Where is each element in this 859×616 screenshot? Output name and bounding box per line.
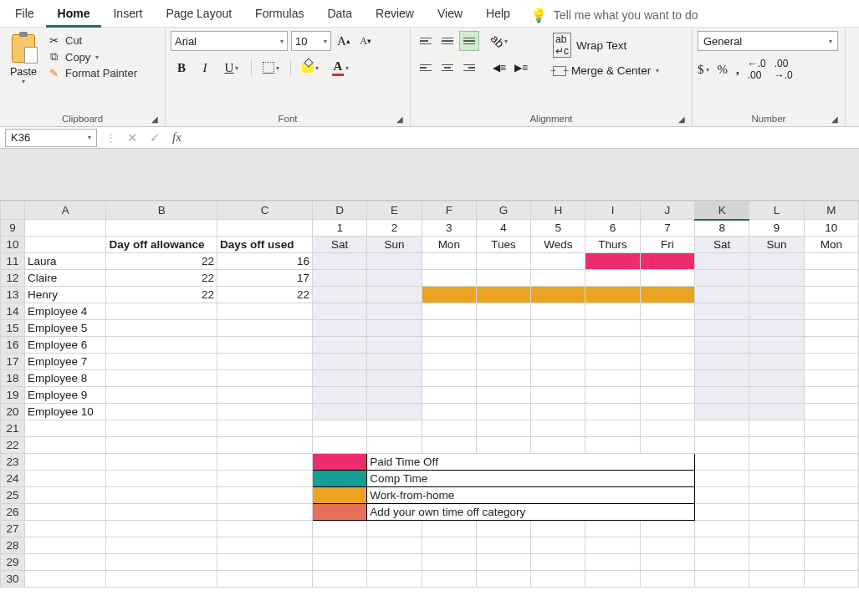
cell[interactable] bbox=[585, 554, 640, 571]
cell[interactable] bbox=[422, 270, 476, 287]
cell[interactable] bbox=[422, 521, 476, 537]
cell[interactable] bbox=[367, 354, 422, 370]
cell[interactable] bbox=[585, 270, 640, 287]
cell[interactable] bbox=[531, 303, 585, 320]
cell[interactable] bbox=[531, 571, 585, 588]
row-header-9[interactable]: 9 bbox=[1, 220, 25, 237]
column-header-F[interactable]: F bbox=[422, 201, 476, 220]
cell[interactable] bbox=[217, 521, 313, 537]
row-header-14[interactable]: 14 bbox=[1, 303, 25, 320]
cell[interactable] bbox=[476, 521, 530, 537]
column-header-C[interactable]: C bbox=[217, 201, 313, 220]
cell[interactable]: 6 bbox=[585, 220, 640, 237]
cell[interactable] bbox=[476, 354, 530, 370]
cell[interactable] bbox=[422, 370, 476, 387]
cell[interactable] bbox=[476, 404, 530, 420]
cell[interactable] bbox=[640, 287, 694, 303]
cell[interactable] bbox=[106, 404, 217, 420]
cell[interactable] bbox=[804, 370, 858, 387]
cell[interactable] bbox=[313, 420, 367, 437]
cell[interactable] bbox=[106, 303, 217, 320]
cell[interactable] bbox=[695, 537, 749, 554]
cell[interactable] bbox=[313, 487, 367, 504]
cell[interactable] bbox=[695, 554, 749, 571]
cell[interactable] bbox=[106, 521, 217, 537]
cell[interactable] bbox=[217, 571, 313, 588]
cell[interactable] bbox=[531, 354, 585, 370]
cell[interactable] bbox=[640, 253, 694, 270]
cell[interactable] bbox=[640, 537, 694, 554]
cell[interactable] bbox=[476, 437, 530, 454]
cell[interactable] bbox=[640, 354, 694, 370]
cell[interactable] bbox=[640, 437, 694, 454]
cell[interactable] bbox=[313, 253, 367, 270]
cell[interactable] bbox=[640, 554, 694, 571]
column-header-I[interactable]: I bbox=[585, 201, 640, 220]
column-header-H[interactable]: H bbox=[531, 201, 585, 220]
enter-formula-icon[interactable]: ✓ bbox=[150, 130, 161, 145]
cell[interactable] bbox=[217, 471, 313, 487]
cell[interactable] bbox=[25, 504, 106, 521]
menu-file[interactable]: File bbox=[3, 3, 46, 28]
cell[interactable]: 16 bbox=[217, 253, 313, 270]
cell[interactable]: 2 bbox=[367, 220, 422, 237]
cell[interactable] bbox=[749, 387, 804, 404]
cell[interactable] bbox=[313, 370, 367, 387]
cell[interactable] bbox=[585, 387, 640, 404]
copy-button[interactable]: ⧉ Copy ▾ bbox=[47, 50, 137, 64]
cell[interactable]: 7 bbox=[640, 220, 694, 237]
cell[interactable] bbox=[695, 471, 749, 487]
cell[interactable]: Employee 8 bbox=[25, 370, 106, 387]
decrease-decimal-button[interactable]: .00→.0 bbox=[775, 58, 793, 81]
cell[interactable] bbox=[313, 537, 367, 554]
tell-me-search[interactable]: 💡 Tell me what you want to do bbox=[530, 8, 698, 23]
row-header-23[interactable]: 23 bbox=[1, 454, 25, 471]
cell[interactable] bbox=[313, 287, 367, 303]
cell[interactable] bbox=[217, 537, 313, 554]
cell[interactable] bbox=[217, 504, 313, 521]
cell[interactable] bbox=[804, 270, 858, 287]
cell[interactable] bbox=[313, 554, 367, 571]
cell[interactable] bbox=[695, 303, 749, 320]
row-header-26[interactable]: 26 bbox=[1, 504, 25, 521]
cell[interactable]: 5 bbox=[531, 220, 585, 237]
cell[interactable] bbox=[25, 554, 106, 571]
menu-data[interactable]: Data bbox=[315, 3, 364, 28]
cell[interactable] bbox=[106, 370, 217, 387]
cell[interactable] bbox=[367, 554, 422, 571]
cell[interactable] bbox=[422, 404, 476, 420]
merge-center-button[interactable]: Merge & Center ▾ bbox=[553, 64, 687, 77]
row-header-27[interactable]: 27 bbox=[1, 521, 25, 537]
cell[interactable] bbox=[531, 437, 585, 454]
cell[interactable] bbox=[749, 537, 804, 554]
cell[interactable] bbox=[422, 420, 476, 437]
cell[interactable] bbox=[749, 270, 804, 287]
cell[interactable] bbox=[217, 554, 313, 571]
cell[interactable] bbox=[531, 337, 585, 354]
decrease-font-button[interactable]: A▾ bbox=[356, 31, 375, 51]
cell[interactable] bbox=[476, 571, 530, 588]
cell[interactable] bbox=[217, 370, 313, 387]
dialog-launcher-icon[interactable]: ◢ bbox=[396, 115, 403, 124]
legend-label[interactable]: Paid Time Off bbox=[367, 454, 695, 471]
cell[interactable]: Henry bbox=[25, 287, 106, 303]
cell[interactable] bbox=[531, 270, 585, 287]
align-left-button[interactable] bbox=[416, 58, 436, 78]
cell[interactable] bbox=[804, 253, 858, 270]
cell[interactable] bbox=[531, 521, 585, 537]
select-all-corner[interactable] bbox=[1, 201, 25, 220]
column-header-J[interactable]: J bbox=[640, 201, 694, 220]
cell[interactable] bbox=[106, 471, 217, 487]
cell[interactable]: Sat bbox=[695, 237, 749, 253]
cell[interactable]: 22 bbox=[217, 287, 313, 303]
cell[interactable] bbox=[217, 387, 313, 404]
cell[interactable]: Employee 9 bbox=[25, 387, 106, 404]
cell[interactable] bbox=[585, 354, 640, 370]
cell[interactable]: 10 bbox=[804, 220, 858, 237]
cell[interactable] bbox=[367, 521, 422, 537]
cell[interactable] bbox=[749, 437, 804, 454]
cell[interactable] bbox=[749, 287, 804, 303]
cell[interactable] bbox=[804, 354, 858, 370]
cell[interactable]: Sun bbox=[367, 237, 422, 253]
worksheet[interactable]: ABCDEFGHIJKLM 91234567891010Day off allo… bbox=[0, 201, 859, 588]
